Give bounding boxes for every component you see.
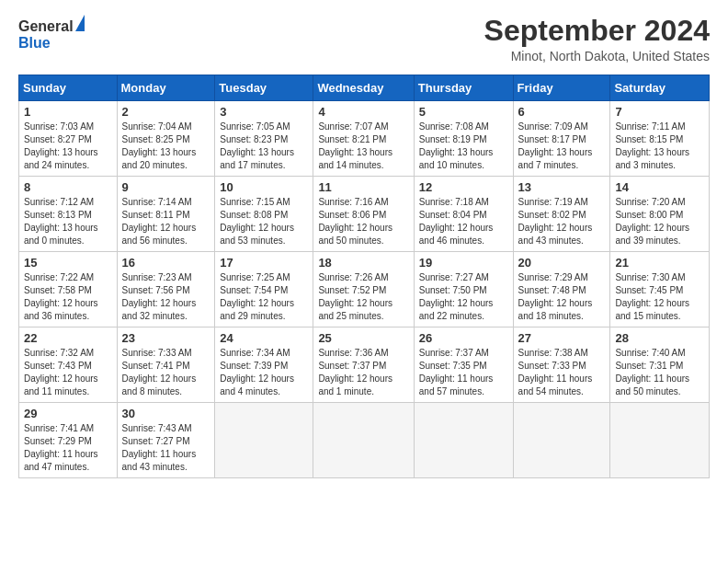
cell-text: Sunrise: 7:37 AMSunset: 7:35 PMDaylight:… — [419, 347, 508, 398]
calendar-cell-w4-5: 27Sunrise: 7:38 AMSunset: 7:33 PMDayligh… — [513, 327, 610, 403]
day-number: 22 — [24, 331, 112, 345]
calendar-cell-w3-4: 19Sunrise: 7:27 AMSunset: 7:50 PMDayligh… — [414, 252, 513, 327]
day-number: 18 — [318, 256, 408, 270]
day-number: 14 — [615, 180, 704, 194]
day-number: 24 — [220, 331, 308, 345]
calendar-cell-w1-6: 7Sunrise: 7:11 AMSunset: 8:15 PMDaylight… — [610, 101, 710, 177]
location-subtitle: Minot, North Dakota, United States — [484, 49, 710, 63]
calendar-cell-w3-5: 20Sunrise: 7:29 AMSunset: 7:48 PMDayligh… — [513, 252, 610, 327]
page-header: General Blue September 2024 Minot, North… — [18, 15, 710, 63]
col-monday: Monday — [117, 75, 215, 101]
cell-text: Sunrise: 7:20 AMSunset: 8:00 PMDaylight:… — [615, 196, 704, 247]
cell-text: Sunrise: 7:12 AMSunset: 8:13 PMDaylight:… — [24, 196, 112, 247]
cell-text: Sunrise: 7:38 AMSunset: 7:33 PMDaylight:… — [518, 347, 606, 398]
logo: General Blue — [18, 15, 85, 52]
day-number: 23 — [122, 331, 210, 345]
cell-text: Sunrise: 7:11 AMSunset: 8:15 PMDaylight:… — [615, 121, 704, 172]
cell-text: Sunrise: 7:34 AMSunset: 7:39 PMDaylight:… — [220, 347, 308, 398]
day-number: 9 — [122, 180, 210, 194]
cell-text: Sunrise: 7:30 AMSunset: 7:45 PMDaylight:… — [615, 271, 704, 323]
calendar-cell-w5-6 — [610, 403, 710, 478]
cell-text: Sunrise: 7:43 AMSunset: 7:27 PMDaylight:… — [122, 422, 210, 474]
day-number: 2 — [122, 105, 210, 119]
day-number: 7 — [615, 105, 704, 119]
cell-text: Sunrise: 7:04 AMSunset: 8:25 PMDaylight:… — [122, 121, 210, 172]
cell-text: Sunrise: 7:25 AMSunset: 7:54 PMDaylight:… — [220, 271, 308, 323]
calendar-cell-w1-4: 5Sunrise: 7:08 AMSunset: 8:19 PMDaylight… — [414, 101, 513, 177]
calendar-cell-w2-4: 12Sunrise: 7:18 AMSunset: 8:04 PMDayligh… — [414, 177, 513, 252]
cell-text: Sunrise: 7:27 AMSunset: 7:50 PMDaylight:… — [419, 271, 508, 323]
day-number: 25 — [318, 331, 408, 345]
day-number: 6 — [518, 105, 606, 119]
cell-text: Sunrise: 7:33 AMSunset: 7:41 PMDaylight:… — [122, 347, 210, 398]
day-number: 19 — [419, 256, 508, 270]
calendar-cell-w1-5: 6Sunrise: 7:09 AMSunset: 8:17 PMDaylight… — [513, 101, 610, 177]
calendar-table: Sunday Monday Tuesday Wednesday Thursday… — [18, 75, 710, 478]
day-number: 4 — [318, 105, 408, 119]
calendar-cell-w5-0: 29Sunrise: 7:41 AMSunset: 7:29 PMDayligh… — [19, 403, 118, 478]
week-row-5: 29Sunrise: 7:41 AMSunset: 7:29 PMDayligh… — [19, 403, 710, 478]
cell-text: Sunrise: 7:41 AMSunset: 7:29 PMDaylight:… — [24, 422, 112, 474]
day-number: 13 — [518, 180, 606, 194]
calendar-cell-w4-2: 24Sunrise: 7:34 AMSunset: 7:39 PMDayligh… — [215, 327, 313, 403]
col-sunday: Sunday — [19, 75, 118, 101]
cell-text: Sunrise: 7:26 AMSunset: 7:52 PMDaylight:… — [318, 271, 408, 323]
calendar-cell-w4-0: 22Sunrise: 7:32 AMSunset: 7:43 PMDayligh… — [19, 327, 118, 403]
cell-text: Sunrise: 7:22 AMSunset: 7:58 PMDaylight:… — [24, 271, 112, 323]
cell-text: Sunrise: 7:15 AMSunset: 8:08 PMDaylight:… — [220, 196, 308, 247]
calendar-cell-w4-3: 25Sunrise: 7:36 AMSunset: 7:37 PMDayligh… — [313, 327, 414, 403]
day-number: 1 — [24, 105, 112, 119]
day-number: 15 — [24, 256, 112, 270]
day-number: 3 — [220, 105, 308, 119]
calendar-cell-w5-4 — [414, 403, 513, 478]
col-saturday: Saturday — [610, 75, 710, 101]
day-number: 28 — [615, 331, 704, 345]
cell-text: Sunrise: 7:16 AMSunset: 8:06 PMDaylight:… — [318, 196, 408, 247]
calendar-cell-w3-0: 15Sunrise: 7:22 AMSunset: 7:58 PMDayligh… — [19, 252, 118, 327]
col-thursday: Thursday — [414, 75, 513, 101]
cell-text: Sunrise: 7:40 AMSunset: 7:31 PMDaylight:… — [615, 347, 704, 398]
logo-text-general: General — [18, 15, 85, 35]
calendar-header-row: Sunday Monday Tuesday Wednesday Thursday… — [19, 75, 710, 101]
col-friday: Friday — [513, 75, 610, 101]
calendar-cell-w2-6: 14Sunrise: 7:20 AMSunset: 8:00 PMDayligh… — [610, 177, 710, 252]
week-row-2: 8Sunrise: 7:12 AMSunset: 8:13 PMDaylight… — [19, 177, 710, 252]
cell-text: Sunrise: 7:14 AMSunset: 8:11 PMDaylight:… — [122, 196, 210, 247]
calendar-cell-w2-2: 10Sunrise: 7:15 AMSunset: 8:08 PMDayligh… — [215, 177, 313, 252]
day-number: 29 — [24, 407, 112, 420]
day-number: 27 — [518, 331, 606, 345]
week-row-3: 15Sunrise: 7:22 AMSunset: 7:58 PMDayligh… — [19, 252, 710, 327]
calendar-cell-w2-0: 8Sunrise: 7:12 AMSunset: 8:13 PMDaylight… — [19, 177, 118, 252]
calendar-cell-w2-5: 13Sunrise: 7:19 AMSunset: 8:02 PMDayligh… — [513, 177, 610, 252]
calendar-cell-w2-1: 9Sunrise: 7:14 AMSunset: 8:11 PMDaylight… — [117, 177, 215, 252]
cell-text: Sunrise: 7:08 AMSunset: 8:19 PMDaylight:… — [419, 121, 508, 172]
calendar-cell-w2-3: 11Sunrise: 7:16 AMSunset: 8:06 PMDayligh… — [313, 177, 414, 252]
calendar-cell-w1-0: 1Sunrise: 7:03 AMSunset: 8:27 PMDaylight… — [19, 101, 118, 177]
cell-text: Sunrise: 7:05 AMSunset: 8:23 PMDaylight:… — [220, 121, 308, 172]
month-title: September 2024 — [484, 15, 710, 47]
day-number: 11 — [318, 180, 408, 194]
day-number: 5 — [419, 105, 508, 119]
calendar-cell-w1-2: 3Sunrise: 7:05 AMSunset: 8:23 PMDaylight… — [215, 101, 313, 177]
title-area: September 2024 Minot, North Dakota, Unit… — [484, 15, 710, 63]
calendar-cell-w1-1: 2Sunrise: 7:04 AMSunset: 8:25 PMDaylight… — [117, 101, 215, 177]
cell-text: Sunrise: 7:07 AMSunset: 8:21 PMDaylight:… — [318, 121, 408, 172]
logo-text-blue: Blue — [18, 35, 51, 52]
calendar-cell-w4-6: 28Sunrise: 7:40 AMSunset: 7:31 PMDayligh… — [610, 327, 710, 403]
col-tuesday: Tuesday — [215, 75, 313, 101]
col-wednesday: Wednesday — [313, 75, 414, 101]
calendar-cell-w3-1: 16Sunrise: 7:23 AMSunset: 7:56 PMDayligh… — [117, 252, 215, 327]
calendar-cell-w3-6: 21Sunrise: 7:30 AMSunset: 7:45 PMDayligh… — [610, 252, 710, 327]
cell-text: Sunrise: 7:29 AMSunset: 7:48 PMDaylight:… — [518, 271, 606, 323]
cell-text: Sunrise: 7:19 AMSunset: 8:02 PMDaylight:… — [518, 196, 606, 247]
cell-text: Sunrise: 7:36 AMSunset: 7:37 PMDaylight:… — [318, 347, 408, 398]
cell-text: Sunrise: 7:09 AMSunset: 8:17 PMDaylight:… — [518, 121, 606, 172]
calendar-cell-w5-5 — [513, 403, 610, 478]
cell-text: Sunrise: 7:18 AMSunset: 8:04 PMDaylight:… — [419, 196, 508, 247]
calendar-cell-w5-1: 30Sunrise: 7:43 AMSunset: 7:27 PMDayligh… — [117, 403, 215, 478]
day-number: 26 — [419, 331, 508, 345]
day-number: 8 — [24, 180, 112, 194]
calendar-cell-w3-3: 18Sunrise: 7:26 AMSunset: 7:52 PMDayligh… — [313, 252, 414, 327]
day-number: 21 — [615, 256, 704, 270]
cell-text: Sunrise: 7:03 AMSunset: 8:27 PMDaylight:… — [24, 121, 112, 172]
